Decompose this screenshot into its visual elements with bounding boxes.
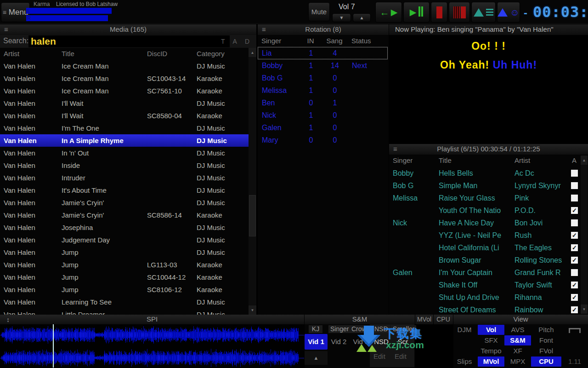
sm-tab-scroller[interactable]: Scroller	[391, 325, 416, 333]
media-row[interactable]: Van HalenIce Cream ManDJ Music	[0, 60, 249, 72]
playlist-row[interactable]: Shut Up And DriveRihanna✓	[389, 291, 580, 304]
media-row[interactable]: Van HalenIce Cream ManSC7561-10Karaoke	[0, 85, 249, 97]
media-row[interactable]: Van HalenI'm The OneDJ Music	[0, 122, 249, 134]
view-toggle-vol[interactable]: Vol	[478, 325, 504, 335]
panel-menu-icon[interactable]: ≡	[4, 24, 8, 34]
sm-tab-crowd[interactable]: Crowd	[350, 325, 372, 333]
menu-button[interactable]: ≡ Menu	[1, 2, 30, 22]
playhead-cursor[interactable]	[53, 324, 54, 368]
stop-eject-button[interactable]	[449, 2, 470, 23]
playlist-row[interactable]: MelissaRaise Your GlassPink	[389, 192, 580, 204]
view-toggle-cpu[interactable]: CPU	[531, 356, 561, 367]
playlist-row[interactable]: YYZ (Live - Neil PeRush✓	[389, 229, 580, 242]
edit-button[interactable]: Edit	[373, 352, 385, 360]
vid-button-vid-1[interactable]: Vid 1	[305, 334, 328, 350]
view-toggle-pitch[interactable]: Pitch	[531, 325, 561, 335]
rotation-row[interactable]: Bob G10	[258, 72, 388, 84]
media-row[interactable]: Van HalenIn A Simple RhymeDJ Music	[0, 134, 249, 147]
playlist-checkbox[interactable]: ✓	[571, 244, 578, 251]
view-toggle-sm[interactable]: S&M	[504, 335, 531, 345]
sm-tab-singer[interactable]: Singer	[328, 325, 351, 333]
media-row[interactable]: Van HalenI'll WaitSC8580-04Karaoke	[0, 109, 249, 122]
column-header-category[interactable]: Category	[197, 48, 225, 60]
mute-button[interactable]: Mute	[308, 2, 330, 21]
media-row[interactable]: Van HalenI'll WaitDJ Music	[0, 97, 249, 109]
rotation-row[interactable]: Bobby114Next	[258, 59, 388, 72]
mvol-panel-header[interactable]: MVol	[415, 315, 433, 324]
media-row[interactable]: Van HalenIntruderDJ Music	[0, 172, 249, 184]
playlist-checkbox[interactable]	[571, 219, 578, 226]
playlist-row[interactable]: Shake It OffTaylor Swift✓	[389, 279, 580, 291]
playlist-checkbox[interactable]	[571, 182, 578, 189]
column-header-a[interactable]: A	[572, 155, 577, 166]
edit-button[interactable]: Edit	[395, 352, 407, 360]
column-header-discid[interactable]: DiscID	[147, 48, 167, 60]
sm-tab-kj[interactable]: KJ	[309, 325, 322, 333]
playlist-checkbox[interactable]	[571, 195, 578, 201]
view-toggle-font[interactable]: Font	[531, 335, 561, 345]
playlist-checkbox[interactable]	[571, 269, 578, 276]
rotation-row[interactable]: Melissa10	[258, 84, 388, 97]
scroll-down-icon[interactable]: ▼	[249, 305, 256, 315]
rotation-row[interactable]: Galen10	[258, 121, 388, 134]
column-header-title[interactable]: Title	[439, 155, 513, 166]
rotation-row[interactable]: Nick10	[258, 109, 388, 121]
media-row[interactable]: Van HalenIt's About TimeDJ Music	[0, 184, 249, 196]
vid-button-scr[interactable]: Scr	[393, 334, 413, 350]
playlist-row[interactable]: BobbyHells BellsAc Dc	[389, 167, 580, 179]
media-row[interactable]: Van HalenIn 'n' OutDJ Music	[0, 147, 249, 159]
media-row[interactable]: Van HalenJumpDJ Music	[0, 246, 249, 259]
rotation-advance-button[interactable]	[471, 2, 496, 23]
scroll-down-icon[interactable]: ▼	[581, 305, 588, 314]
playlist-checkbox[interactable]: ✓	[571, 306, 578, 313]
view-toggle-djm[interactable]: DJM	[453, 325, 475, 335]
waveform-display[interactable]	[0, 324, 304, 368]
column-header-singer[interactable]: Singer	[261, 35, 281, 47]
view-toggle-tempo[interactable]: Tempo	[478, 346, 504, 356]
playlist-checkbox[interactable]: ✓	[571, 294, 578, 301]
playlist-row[interactable]: NickHave A Nice DayBon Jovi	[389, 217, 580, 229]
restart-track-button[interactable]: ← ▶	[375, 2, 402, 23]
rotation-row[interactable]: Lia14	[258, 47, 388, 59]
column-header-singer[interactable]: Singer	[393, 155, 413, 166]
sm-tab-nsd[interactable]: NSD	[373, 325, 390, 333]
scroll-up-icon[interactable]: ▲	[581, 155, 588, 165]
playlist-checkbox[interactable]: ✓	[571, 207, 578, 214]
playlist-row[interactable]: Hotel California (LiThe Eagles✓	[389, 242, 580, 254]
playlist-row[interactable]: Bob GSimple ManLynyrd Skynyr	[389, 179, 580, 192]
singer-screen-button[interactable]: ☺	[497, 2, 520, 23]
playlist-scrollbar[interactable]: ▲ ▼	[581, 155, 588, 314]
column-header-artist[interactable]: Artist	[4, 48, 19, 60]
media-row[interactable]: Van HalenJudgement DayDJ Music	[0, 234, 249, 246]
playlist-checkbox[interactable]: ✓	[571, 232, 578, 239]
column-header-in[interactable]: IN	[303, 35, 318, 47]
view-toggle-mpx[interactable]: MPX	[504, 356, 531, 367]
playlist-checkbox[interactable]: ✓	[571, 282, 578, 288]
vid-button-vid-2[interactable]: Vid 2	[329, 334, 349, 350]
panel-menu-icon[interactable]: ≡	[393, 144, 397, 154]
media-row[interactable]: Van HalenJumpSC8106-12Karaoke	[0, 283, 249, 296]
playlist-checkbox[interactable]: ✓	[571, 257, 578, 264]
view-toggle-avs[interactable]: AVS	[504, 325, 531, 335]
view-toggle-sfx[interactable]: SFX	[478, 335, 504, 345]
scroll-up-icon[interactable]: ▲	[249, 48, 256, 57]
volume-down-button[interactable]: ▼	[332, 13, 351, 22]
stop-button[interactable]	[431, 2, 447, 23]
expand-up-button[interactable]: ▲	[305, 351, 328, 365]
media-row[interactable]: Van HalenJosephinaDJ Music	[0, 221, 249, 234]
scrollbar-thumb[interactable]	[249, 195, 256, 236]
media-row[interactable]: Van HalenJumpLG113-03Karaoke	[0, 259, 249, 271]
panel-menu-icon[interactable]: ≡	[262, 24, 266, 34]
collapse-panel-icon[interactable]	[561, 325, 588, 335]
volume-up-button[interactable]: ▲	[353, 13, 371, 22]
media-row[interactable]: Van HalenLittle DreamerDJ Music	[0, 308, 249, 315]
playlist-checkbox[interactable]	[571, 170, 578, 177]
column-header-artist[interactable]: Artist	[514, 155, 571, 166]
resize-vertical-icon[interactable]: ↕	[6, 315, 10, 324]
playlist-row[interactable]: Youth Of The NatioP.O.D.✓	[389, 204, 580, 217]
column-header-status[interactable]: Status	[351, 35, 371, 47]
media-row[interactable]: Van HalenJumpSC10044-12Karaoke	[0, 271, 249, 283]
media-row[interactable]: Van HalenLearning To SeeDJ Music	[0, 296, 249, 308]
playlist-row[interactable]: GalenI'm Your CaptainGrand Funk R	[389, 266, 580, 279]
media-row[interactable]: Van HalenJamie's Cryin'DJ Music	[0, 196, 249, 209]
